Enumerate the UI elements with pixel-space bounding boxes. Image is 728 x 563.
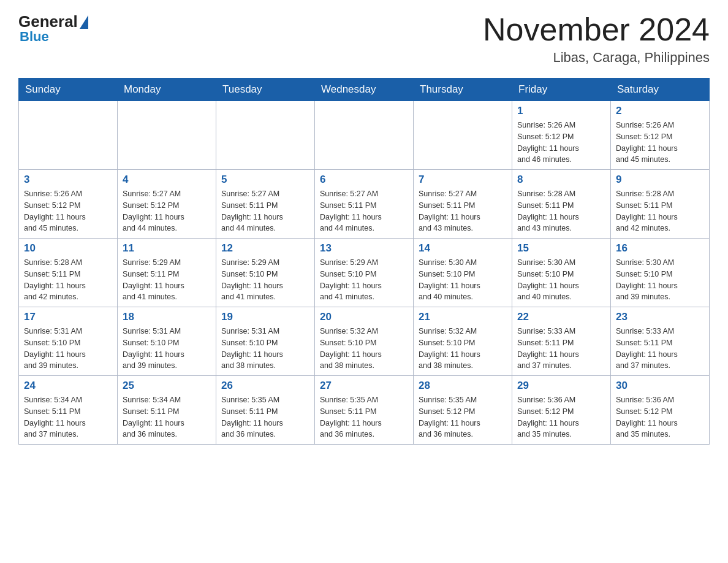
day-info: Sunrise: 5:35 AMSunset: 5:12 PMDaylight:…	[419, 394, 507, 440]
day-info: Sunrise: 5:27 AMSunset: 5:11 PMDaylight:…	[419, 188, 507, 234]
week-row-3: 17Sunrise: 5:31 AMSunset: 5:10 PMDayligh…	[19, 307, 710, 376]
calendar-cell	[216, 101, 315, 170]
week-row-0: 1Sunrise: 5:26 AMSunset: 5:12 PMDaylight…	[19, 101, 710, 170]
day-number: 21	[419, 311, 507, 323]
calendar-cell: 20Sunrise: 5:32 AMSunset: 5:10 PMDayligh…	[315, 307, 414, 376]
day-number: 8	[517, 174, 605, 186]
day-number: 6	[320, 174, 408, 186]
day-info: Sunrise: 5:26 AMSunset: 5:12 PMDaylight:…	[616, 120, 704, 166]
calendar-cell: 6Sunrise: 5:27 AMSunset: 5:11 PMDaylight…	[315, 170, 414, 239]
day-info: Sunrise: 5:30 AMSunset: 5:10 PMDaylight:…	[419, 257, 507, 303]
calendar-cell: 12Sunrise: 5:29 AMSunset: 5:10 PMDayligh…	[216, 239, 315, 307]
column-header-sunday: Sunday	[19, 79, 118, 101]
column-header-monday: Monday	[118, 79, 216, 101]
day-number: 23	[616, 311, 704, 323]
calendar-cell: 25Sunrise: 5:34 AMSunset: 5:11 PMDayligh…	[118, 376, 216, 445]
day-number: 27	[320, 380, 408, 392]
day-number: 2	[616, 105, 704, 117]
day-number: 7	[419, 174, 507, 186]
calendar-cell: 14Sunrise: 5:30 AMSunset: 5:10 PMDayligh…	[414, 239, 512, 307]
column-header-thursday: Thursday	[414, 79, 512, 101]
calendar-cell: 26Sunrise: 5:35 AMSunset: 5:11 PMDayligh…	[216, 376, 315, 445]
calendar-cell: 16Sunrise: 5:30 AMSunset: 5:10 PMDayligh…	[611, 239, 710, 307]
calendar-cell: 29Sunrise: 5:36 AMSunset: 5:12 PMDayligh…	[512, 376, 611, 445]
day-number: 18	[123, 311, 211, 323]
day-info: Sunrise: 5:28 AMSunset: 5:11 PMDaylight:…	[517, 188, 605, 234]
calendar-cell	[414, 101, 512, 170]
calendar-cell: 8Sunrise: 5:28 AMSunset: 5:11 PMDaylight…	[512, 170, 611, 239]
column-header-friday: Friday	[512, 79, 611, 101]
day-number: 19	[221, 311, 309, 323]
calendar-cell	[118, 101, 216, 170]
day-info: Sunrise: 5:29 AMSunset: 5:11 PMDaylight:…	[123, 257, 211, 303]
day-info: Sunrise: 5:29 AMSunset: 5:10 PMDaylight:…	[221, 257, 309, 303]
day-info: Sunrise: 5:27 AMSunset: 5:11 PMDaylight:…	[320, 188, 408, 234]
day-info: Sunrise: 5:27 AMSunset: 5:12 PMDaylight:…	[123, 188, 211, 234]
calendar-table: SundayMondayTuesdayWednesdayThursdayFrid…	[18, 78, 710, 445]
day-info: Sunrise: 5:35 AMSunset: 5:11 PMDaylight:…	[320, 394, 408, 440]
day-number: 22	[517, 311, 605, 323]
calendar-cell: 4Sunrise: 5:27 AMSunset: 5:12 PMDaylight…	[118, 170, 216, 239]
column-header-saturday: Saturday	[611, 79, 710, 101]
day-info: Sunrise: 5:27 AMSunset: 5:11 PMDaylight:…	[221, 188, 309, 234]
day-info: Sunrise: 5:34 AMSunset: 5:11 PMDaylight:…	[123, 394, 211, 440]
calendar-cell: 1Sunrise: 5:26 AMSunset: 5:12 PMDaylight…	[512, 101, 611, 170]
column-header-tuesday: Tuesday	[216, 79, 315, 101]
day-info: Sunrise: 5:32 AMSunset: 5:10 PMDaylight:…	[320, 326, 408, 372]
day-number: 11	[123, 242, 211, 255]
day-info: Sunrise: 5:36 AMSunset: 5:12 PMDaylight:…	[616, 394, 704, 440]
day-number: 4	[123, 174, 211, 186]
calendar-cell: 2Sunrise: 5:26 AMSunset: 5:12 PMDaylight…	[611, 101, 710, 170]
logo: General Blue	[18, 12, 88, 45]
day-info: Sunrise: 5:32 AMSunset: 5:10 PMDaylight:…	[419, 326, 507, 372]
day-info: Sunrise: 5:26 AMSunset: 5:12 PMDaylight:…	[24, 188, 112, 234]
logo-blue-text: Blue	[20, 29, 49, 45]
day-number: 12	[221, 242, 309, 255]
day-number: 30	[616, 380, 704, 392]
day-number: 10	[24, 242, 112, 255]
calendar-body: 1Sunrise: 5:26 AMSunset: 5:12 PMDaylight…	[19, 101, 710, 445]
calendar-cell: 28Sunrise: 5:35 AMSunset: 5:12 PMDayligh…	[414, 376, 512, 445]
day-number: 24	[24, 380, 112, 392]
calendar-cell	[315, 101, 414, 170]
calendar-cell: 15Sunrise: 5:30 AMSunset: 5:10 PMDayligh…	[512, 239, 611, 307]
title-area: November 2024 Libas, Caraga, Philippines	[483, 12, 710, 66]
day-number: 26	[221, 380, 309, 392]
calendar-cell: 27Sunrise: 5:35 AMSunset: 5:11 PMDayligh…	[315, 376, 414, 445]
day-number: 29	[517, 380, 605, 392]
location-text: Libas, Caraga, Philippines	[483, 50, 710, 66]
week-row-2: 10Sunrise: 5:28 AMSunset: 5:11 PMDayligh…	[19, 239, 710, 307]
logo-triangle-icon	[80, 15, 88, 29]
calendar-cell	[19, 101, 118, 170]
calendar-cell: 9Sunrise: 5:28 AMSunset: 5:11 PMDaylight…	[611, 170, 710, 239]
day-number: 9	[616, 174, 704, 186]
day-info: Sunrise: 5:28 AMSunset: 5:11 PMDaylight:…	[616, 188, 704, 234]
day-info: Sunrise: 5:28 AMSunset: 5:11 PMDaylight:…	[24, 257, 112, 303]
week-row-1: 3Sunrise: 5:26 AMSunset: 5:12 PMDaylight…	[19, 170, 710, 239]
month-title: November 2024	[483, 12, 710, 47]
calendar-cell: 22Sunrise: 5:33 AMSunset: 5:11 PMDayligh…	[512, 307, 611, 376]
calendar-cell: 17Sunrise: 5:31 AMSunset: 5:10 PMDayligh…	[19, 307, 118, 376]
calendar-cell: 18Sunrise: 5:31 AMSunset: 5:10 PMDayligh…	[118, 307, 216, 376]
calendar-cell: 11Sunrise: 5:29 AMSunset: 5:11 PMDayligh…	[118, 239, 216, 307]
day-info: Sunrise: 5:34 AMSunset: 5:11 PMDaylight:…	[24, 394, 112, 440]
calendar-cell: 13Sunrise: 5:29 AMSunset: 5:10 PMDayligh…	[315, 239, 414, 307]
day-info: Sunrise: 5:31 AMSunset: 5:10 PMDaylight:…	[221, 326, 309, 372]
day-number: 1	[517, 105, 605, 117]
day-info: Sunrise: 5:33 AMSunset: 5:11 PMDaylight:…	[616, 326, 704, 372]
day-info: Sunrise: 5:35 AMSunset: 5:11 PMDaylight:…	[221, 394, 309, 440]
day-number: 20	[320, 311, 408, 323]
calendar-cell: 23Sunrise: 5:33 AMSunset: 5:11 PMDayligh…	[611, 307, 710, 376]
day-info: Sunrise: 5:31 AMSunset: 5:10 PMDaylight:…	[123, 326, 211, 372]
page-header: General Blue November 2024 Libas, Caraga…	[18, 12, 710, 66]
day-number: 3	[24, 174, 112, 186]
calendar-cell: 21Sunrise: 5:32 AMSunset: 5:10 PMDayligh…	[414, 307, 512, 376]
day-info: Sunrise: 5:26 AMSunset: 5:12 PMDaylight:…	[517, 120, 605, 166]
day-info: Sunrise: 5:36 AMSunset: 5:12 PMDaylight:…	[517, 394, 605, 440]
day-info: Sunrise: 5:29 AMSunset: 5:10 PMDaylight:…	[320, 257, 408, 303]
day-number: 25	[123, 380, 211, 392]
calendar-cell: 5Sunrise: 5:27 AMSunset: 5:11 PMDaylight…	[216, 170, 315, 239]
calendar-cell: 7Sunrise: 5:27 AMSunset: 5:11 PMDaylight…	[414, 170, 512, 239]
day-info: Sunrise: 5:31 AMSunset: 5:10 PMDaylight:…	[24, 326, 112, 372]
day-info: Sunrise: 5:30 AMSunset: 5:10 PMDaylight:…	[517, 257, 605, 303]
